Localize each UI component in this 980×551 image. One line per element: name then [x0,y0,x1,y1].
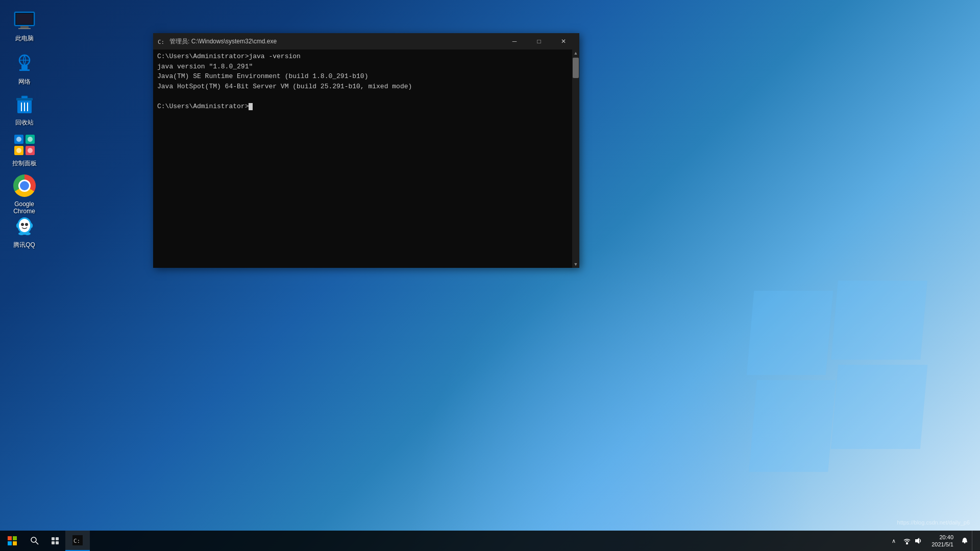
svg-rect-4 [16,14,33,24]
cmd-icon: C: [157,37,165,45]
tray-volume-icon[interactable] [913,536,923,546]
tray-overflow-button[interactable]: ∧ [890,538,898,544]
svg-rect-39 [56,537,59,540]
maximize-button[interactable]: □ [527,33,551,49]
qq-label: 腾讯QQ [13,241,35,248]
desktop-icon-network[interactable]: 网络 [5,48,43,88]
scroll-track [572,57,579,261]
desktop-icon-qq[interactable]: 腾讯QQ [5,212,43,251]
cmd-title: 管理员: C:\Windows\system32\cmd.exe [169,37,503,46]
svg-point-19 [16,137,21,142]
svg-rect-46 [964,542,966,543]
taskbar-taskview-button[interactable] [45,531,65,551]
svg-rect-29 [22,232,27,235]
notification-area [900,536,925,546]
desktop-icon-recycle[interactable]: 回收站 [5,89,43,129]
svg-point-24 [19,219,30,232]
cmd-line-4: Java HotSpot(TM) 64-Bit Server VM (build… [157,82,568,92]
svg-rect-44 [906,542,908,544]
cmd-line-5 [157,91,568,102]
svg-rect-34 [8,541,12,545]
svg-point-26 [25,223,28,226]
svg-rect-38 [52,537,55,540]
svg-rect-6 [19,69,30,71]
recycle-bin-icon [12,92,37,116]
clock-date: 2021/5/1 [932,541,953,548]
this-pc-label: 此电脑 [15,35,34,42]
cmd-line-6: C:\Users\Administrator> [157,102,568,112]
clock-time: 20:40 [932,534,953,541]
cmd-line-2: java version "1.8.0_291" [157,62,568,72]
svg-rect-33 [13,536,17,540]
taskbar-search-button[interactable] [24,531,45,551]
control-panel-label: 控制面板 [12,160,37,167]
cmd-body: C:\Users\Administrator>java -version jav… [153,49,579,268]
svg-rect-41 [56,541,59,544]
close-button[interactable]: ✕ [552,33,575,49]
qq-icon [12,214,37,239]
start-button[interactable] [0,531,24,551]
taskbar-cmd-app[interactable]: C: [65,531,90,551]
cmd-window: C: 管理员: C:\Windows\system32\cmd.exe ─ □ … [153,33,579,268]
recycle-label: 回收站 [15,119,34,126]
svg-rect-11 [21,96,28,98]
svg-point-20 [28,137,33,142]
svg-point-36 [31,537,36,542]
svg-rect-3 [18,28,31,29]
desktop-icon-this-pc[interactable]: 此电脑 [5,5,43,44]
windows-logo-background [750,270,929,474]
svg-rect-35 [13,541,17,545]
taskbar-clock[interactable]: 20:40 2021/5/1 [927,534,958,548]
svg-marker-45 [915,538,919,544]
chrome-icon [12,173,37,198]
svg-point-21 [16,148,21,153]
this-pc-icon [12,8,37,32]
control-panel-icon [12,133,37,157]
show-desktop-button[interactable] [972,531,976,551]
svg-line-37 [36,542,38,544]
cmd-line-1: C:\Users\Administrator>java -version [157,52,568,62]
minimize-button[interactable]: ─ [503,33,526,49]
svg-text:C:: C: [74,538,80,544]
network-label: 网络 [18,78,31,85]
svg-rect-2 [20,26,29,28]
cmd-scrollbar[interactable]: ▲ ▼ [572,49,579,268]
watermark-text: https://blog.csdn.net/daily_p6 [897,519,970,525]
svg-point-25 [21,223,24,226]
svg-rect-32 [8,536,12,540]
watermark-url: https://blog.csdn.net/daily_p6 [897,519,970,525]
cmd-line-3: Java(TM) SE Runtime Environment (build 1… [157,71,568,82]
window-controls: ─ □ ✕ [503,33,575,49]
tray-notification-icon[interactable] [960,536,970,546]
taskbar-tray: ∧ 20:4 [886,531,980,551]
taskbar: C: ∧ [0,531,980,551]
desktop: 此电脑 网络 回收站 [0,0,980,551]
svg-point-22 [28,148,33,153]
svg-text:C:: C: [158,39,164,45]
tray-network-icon[interactable] [902,536,912,546]
cmd-titlebar[interactable]: C: 管理员: C:\Windows\system32\cmd.exe ─ □ … [153,33,579,49]
svg-rect-40 [52,541,55,544]
scroll-thumb[interactable] [573,58,579,78]
scroll-down-arrow[interactable]: ▼ [572,261,579,268]
desktop-icon-control-panel[interactable]: 控制面板 [5,130,43,169]
cmd-content[interactable]: C:\Users\Administrator>java -version jav… [153,49,572,268]
network-icon [12,51,37,76]
scroll-up-arrow[interactable]: ▲ [572,49,579,57]
desktop-icon-chrome[interactable]: Google Chrome [5,171,43,218]
